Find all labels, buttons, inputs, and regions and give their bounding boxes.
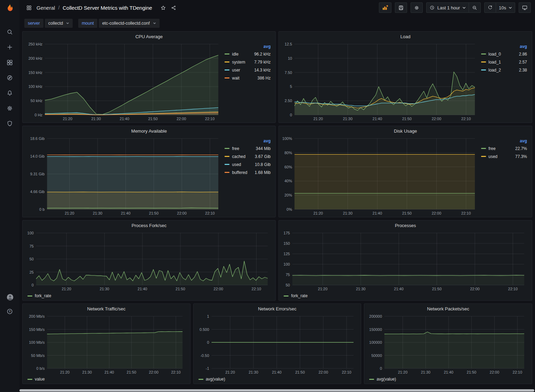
configuration-gear-icon[interactable] [6,105,13,112]
svg-text:21:40: 21:40 [394,287,404,291]
svg-text:175: 175 [284,231,290,235]
grafana-logo[interactable] [0,0,19,16]
svg-text:21:30: 21:30 [249,370,258,374]
panel-header[interactable]: Network Packets/sec [364,304,532,314]
legend-series-label[interactable]: cached [232,154,245,159]
search-icon[interactable] [6,28,13,35]
save-dashboard-button[interactable] [395,2,407,13]
zoom-out-button[interactable] [469,2,481,13]
cycle-view-mode-button[interactable] [519,2,531,13]
svg-text:21:20: 21:20 [318,287,328,291]
legend-series-label[interactable]: user [232,68,240,73]
panel-header[interactable]: CPU Average [23,32,275,41]
svg-text:1: 1 [207,314,209,318]
dashboards-icon[interactable] [6,59,13,66]
chart-network-packets[interactable]: 21:2021:3021:4021:5022:0022:100500001000… [366,314,530,375]
legend-series-label[interactable]: used [232,162,241,167]
refresh-interval-picker[interactable]: 10s [496,2,515,13]
alerting-bell-icon[interactable] [6,90,13,97]
chart-disk-usage[interactable]: 21:2021:3021:4021:5022:0022:100%20%40%60… [281,136,480,216]
legend-avg-header[interactable]: avg [481,139,527,143]
horizontal-scrollbar[interactable] [19,389,534,392]
panel-header[interactable]: Network Errors/sec [194,304,361,314]
svg-text:10: 10 [288,56,292,60]
panel-header[interactable]: Processes [279,220,532,230]
panel-header[interactable]: Process Fork/sec [23,220,275,230]
variable-value-dropdown[interactable]: etc-collectd-collectd.conf [99,19,160,28]
legend-series-label[interactable]: load_0 [488,52,501,57]
legend-swatch [369,379,374,380]
legend-series-label[interactable]: fork_rate [35,293,51,298]
legend-item: avg(value) [198,377,225,382]
chart-processes[interactable]: 21:2021:3021:4021:5022:0022:105075100125… [281,230,530,292]
svg-text:21:20: 21:20 [65,211,74,215]
refresh-button[interactable] [484,2,496,13]
create-plus-icon[interactable] [6,44,13,51]
svg-text:100 kHz: 100 kHz [29,84,42,89]
chart-network-errors[interactable]: 21:2021:3021:4021:5022:0022:10-1-0.5000.… [196,314,359,375]
svg-text:0%: 0% [287,207,292,211]
page-title: CollectD Server Metrics with TDengine [63,5,152,11]
dashboard-settings-button[interactable] [411,2,423,13]
legend-series-label[interactable]: avg(value) [206,377,225,382]
chart-cpu-average[interactable]: 21:2021:3021:4021:5022:0022:100 Hz50 kHz… [25,41,224,122]
share-icon[interactable] [169,3,178,12]
svg-text:21:40: 21:40 [138,287,147,291]
legend-series-label[interactable]: used [488,154,497,159]
chart-memory-available[interactable]: 21:2021:3021:4021:5022:0022:100 b4.66 Gi… [25,136,224,216]
time-range-label: Last 1 hour [437,5,460,10]
legend-series-label[interactable]: load_2 [488,68,501,73]
legend-avg-header[interactable]: avg [225,139,270,143]
legend-series-label[interactable]: idle [232,52,238,57]
chart-load[interactable]: 21:2021:3021:4021:5022:0022:1002.5057.50… [281,41,480,122]
svg-text:0 Hz: 0 Hz [34,113,42,117]
legend-series-label[interactable]: wait [232,76,239,81]
explore-compass-icon[interactable] [6,74,13,81]
legend-series-label[interactable]: load_1 [488,60,501,65]
dashboard-grid: CPU Average 21:2021:3021:4021:5022:0022:… [19,30,535,387]
panel-header[interactable]: Load [279,32,532,41]
svg-text:-0.50: -0.50 [200,353,209,358]
legend-series-label[interactable]: fork_rate [291,293,307,298]
svg-text:22:10: 22:10 [252,287,261,291]
svg-text:150: 150 [284,241,290,245]
server-admin-shield-icon[interactable] [6,120,13,127]
variable-label: mount [78,19,97,28]
svg-text:22:00: 22:00 [490,370,500,374]
legend-avg-header[interactable]: avg [481,44,527,49]
breadcrumb-folder[interactable]: General [37,5,55,11]
variable-value: etc-collectd-collectd.conf [102,21,150,26]
apps-grid-icon [24,3,33,12]
svg-text:150 kHz: 150 kHz [29,70,42,75]
legend-series-label[interactable]: value [35,377,45,382]
svg-text:0: 0 [207,340,209,344]
zoom-out-icon [472,5,478,11]
svg-text:5: 5 [290,84,292,89]
legend-series-label[interactable]: free [232,146,239,151]
star-icon[interactable] [159,3,168,12]
variable-mount: mount etc-collectd-collectd.conf [78,19,160,28]
panel-header[interactable]: Memory Available [23,126,275,136]
svg-text:22:00: 22:00 [318,370,328,374]
legend-avg-header[interactable]: avg [225,44,270,49]
add-panel-button[interactable] [379,2,391,13]
chart-network-traffic[interactable]: 21:2021:3021:4021:5022:0022:100 b/s50 Mb… [25,314,188,375]
svg-text:21:30: 21:30 [356,287,366,291]
panel-header[interactable]: Network Traffic/sec [23,304,190,314]
legend-series-label[interactable]: free [488,146,496,151]
panel-header[interactable]: Disk Usage [279,126,532,136]
legend-series-label[interactable]: system [232,60,245,65]
panel-legend: value [23,376,190,384]
chart-process-fork[interactable]: 21:2021:3021:4021:5022:0022:100255075100 [25,230,273,292]
time-range-picker[interactable]: Last 1 hour [426,2,469,13]
svg-text:0 b: 0 b [39,207,44,211]
legend-series-label[interactable]: buffered [232,170,247,175]
avatar[interactable] [6,293,13,300]
variable-value-dropdown[interactable]: collectd [45,19,73,28]
legend-series-label[interactable]: avg(value) [376,377,396,382]
help-icon[interactable]: ? [6,308,13,315]
legend-series-value: 7.79 kHz [254,60,270,65]
svg-text:100%: 100% [283,136,292,141]
panel-title: Network Errors/sec [258,306,297,311]
svg-text:21:50: 21:50 [176,287,185,291]
